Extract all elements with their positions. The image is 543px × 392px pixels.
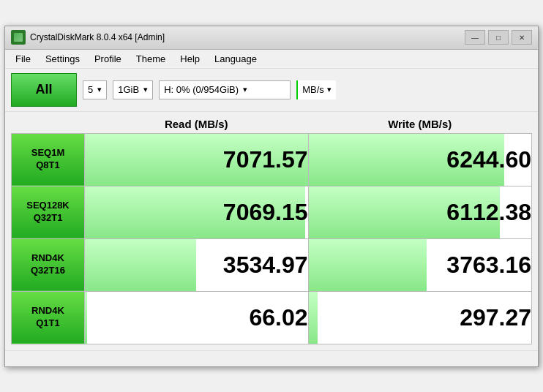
window-controls: — □ ✕ [465,30,532,45]
title-bar: CrystalDiskMark 8.0.4 x64 [Admin] — □ ✕ [5,26,538,50]
read-value: 7069.15 [85,186,309,238]
table-row: RND4KQ1T166.02297.27 [12,291,532,344]
table-row: SEQ128KQ32T17069.156112.38 [12,186,532,238]
write-value: 3763.16 [308,238,532,291]
maximize-button[interactable]: □ [488,30,509,45]
menu-language[interactable]: Language [207,51,264,67]
menu-file[interactable]: File [8,51,38,67]
menu-settings[interactable]: Settings [38,51,87,67]
write-value: 6244.60 [308,133,532,186]
minimize-button[interactable]: — [465,30,485,45]
read-value: 7071.57 [85,133,309,186]
menu-bar: File Settings Profile Theme Help Languag… [5,50,538,69]
read-value: 66.02 [85,291,309,344]
table-row: SEQ1MQ8T17071.576244.60 [12,133,532,186]
size-dropdown[interactable]: 1GiB [113,80,153,99]
results-table: Read (MB/s) Write (MB/s) SEQ1MQ8T17071.5… [11,115,532,344]
row-label: RND4KQ1T1 [12,291,85,344]
table-header: Read (MB/s) Write (MB/s) [12,115,532,134]
read-value: 3534.97 [85,238,309,291]
main-window: CrystalDiskMark 8.0.4 x64 [Admin] — □ ✕ … [4,26,539,367]
table-row: RND4KQ32T163534.973763.16 [12,238,532,291]
menu-profile[interactable]: Profile [87,51,129,67]
all-button[interactable]: All [11,73,77,107]
window-title: CrystalDiskMark 8.0.4 x64 [Admin] [30,32,465,42]
drive-dropdown[interactable]: H: 0% (0/954GiB) [159,80,291,99]
write-header: Write (MB/s) [308,115,532,134]
toolbar: All 5 1GiB H: 0% (0/954GiB) MB/s [5,69,538,112]
results-area: Read (MB/s) Write (MB/s) SEQ1MQ8T17071.5… [5,112,538,350]
write-value: 297.27 [308,291,532,344]
unit-dropdown[interactable]: MB/s [296,80,336,99]
runs-dropdown[interactable]: 5 [83,80,107,99]
menu-help[interactable]: Help [173,51,207,67]
row-label: SEQ128KQ32T1 [12,186,85,238]
menu-theme[interactable]: Theme [129,51,173,67]
label-header [12,115,85,134]
write-value: 6112.38 [308,186,532,238]
status-bar [5,350,538,366]
read-header: Read (MB/s) [85,115,309,134]
row-label: RND4KQ32T16 [12,238,85,291]
app-icon [11,30,26,45]
close-button[interactable]: ✕ [512,30,532,45]
row-label: SEQ1MQ8T1 [12,133,85,186]
